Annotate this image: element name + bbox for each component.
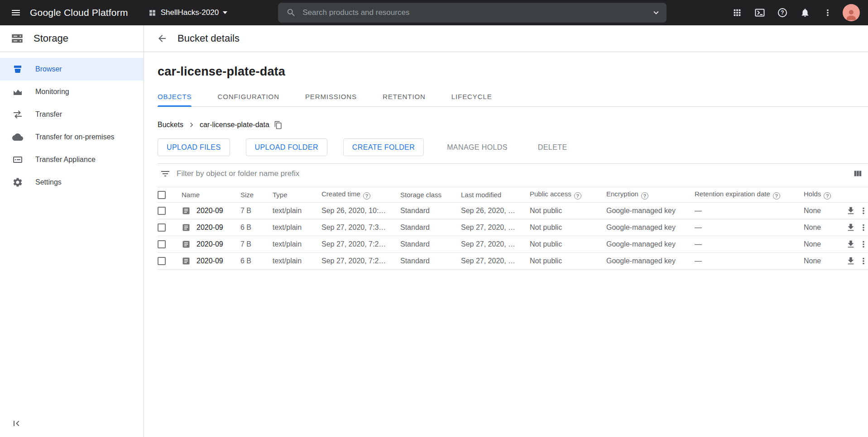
manage-holds-button[interactable]: MANAGE HOLDS (440, 138, 515, 156)
search-dropdown-button[interactable] (651, 8, 661, 18)
object-created-time: Sep 26, 2020, 10:… (321, 203, 400, 219)
download-object-button[interactable] (846, 206, 856, 216)
object-retention-date: — (695, 236, 804, 253)
file-document-icon (182, 256, 191, 266)
breadcrumb-chevron-icon (187, 120, 196, 129)
object-name-link[interactable]: 2020-09 (197, 240, 223, 248)
row-more-options-button[interactable] (858, 256, 868, 266)
project-selector[interactable]: ShellHacks-2020 (148, 8, 228, 17)
collapse-first-page-icon (11, 418, 22, 429)
download-icon (846, 206, 856, 216)
search-input[interactable] (302, 8, 651, 17)
delete-button[interactable]: DELETE (531, 138, 575, 156)
object-type: text/plain (273, 253, 321, 270)
top-bar: Google Cloud Platform ShellHacks-2020 (0, 0, 868, 25)
object-retention-date: — (695, 203, 804, 219)
object-name-link[interactable]: 2020-09 (197, 223, 223, 232)
page-header: Bucket details (144, 25, 868, 52)
project-icon (148, 9, 157, 17)
object-storage-class: Standard (400, 253, 461, 270)
row-more-options-button[interactable] (858, 223, 868, 233)
filter-input[interactable] (177, 169, 845, 178)
upload-files-button[interactable]: UPLOAD FILES (158, 138, 230, 156)
row-checkbox[interactable] (158, 207, 166, 215)
tab-bar: OBJECTS CONFIGURATION PERMISSIONS RETENT… (158, 87, 868, 107)
row-more-options-button[interactable] (858, 239, 868, 249)
object-size: 7 B (240, 203, 273, 219)
breadcrumb-buckets-link[interactable]: Buckets (158, 121, 183, 129)
download-object-button[interactable] (846, 256, 856, 266)
object-public-access: Not public (530, 203, 606, 219)
sidebar-collapse-button[interactable] (11, 418, 22, 429)
column-header-public-access: Public access? (530, 187, 606, 203)
object-retention-date: — (695, 219, 804, 236)
more-options-button[interactable] (818, 3, 837, 22)
download-object-button[interactable] (846, 223, 856, 233)
object-storage-class: Standard (400, 203, 461, 219)
help-icon[interactable]: ? (773, 192, 780, 200)
object-holds: None (804, 236, 846, 253)
apps-grid-button[interactable] (728, 3, 747, 22)
column-header-last-modified: Last modified (461, 187, 530, 203)
row-checkbox[interactable] (158, 223, 166, 232)
tab-permissions[interactable]: PERMISSIONS (305, 87, 357, 106)
column-display-button[interactable] (853, 169, 863, 179)
main-content: Bucket details car-license-plate-data OB… (144, 25, 868, 437)
menu-button[interactable] (6, 3, 25, 22)
user-avatar[interactable] (843, 4, 860, 21)
sidebar-product-title: Storage (34, 33, 68, 44)
filter-bar (158, 163, 868, 183)
tab-objects[interactable]: OBJECTS (158, 87, 192, 106)
copy-bucket-name-button[interactable] (274, 121, 283, 129)
download-icon (846, 256, 856, 266)
tab-lifecycle[interactable]: LIFECYCLE (451, 87, 492, 106)
upload-folder-button[interactable]: UPLOAD FOLDER (246, 138, 327, 156)
back-button[interactable] (157, 33, 168, 44)
help-icon[interactable]: ? (363, 192, 370, 200)
create-folder-button[interactable]: CREATE FOLDER (343, 138, 424, 156)
object-last-modified: Sep 27, 2020, … (461, 253, 530, 270)
object-actions: UPLOAD FILES UPLOAD FOLDER CREATE FOLDER… (158, 138, 868, 156)
table-header-row: Name Size Type Created time? Storage cla… (158, 187, 868, 203)
help-icon[interactable]: ? (574, 192, 581, 200)
sidebar-item-transfer-appliance[interactable]: Transfer Appliance (0, 148, 144, 171)
help-button[interactable]: ? (773, 3, 792, 22)
sidebar-item-monitoring[interactable]: Monitoring (0, 81, 144, 103)
sidebar-header: Storage (0, 25, 144, 52)
object-last-modified: Sep 26, 2020, … (461, 203, 530, 219)
notifications-button[interactable] (796, 3, 815, 22)
sidebar-item-transfer[interactable]: Transfer (0, 103, 144, 126)
person-icon (844, 8, 858, 21)
cloud-shell-icon (754, 7, 765, 18)
tab-retention[interactable]: RETENTION (383, 87, 426, 106)
object-name-link[interactable]: 2020-09 (197, 257, 223, 265)
transfer-appliance-icon (12, 154, 23, 165)
objects-table: Name Size Type Created time? Storage cla… (158, 187, 868, 270)
sidebar-item-transfer-on-premises[interactable]: Transfer for on-premises (0, 126, 144, 148)
select-all-checkbox[interactable] (158, 191, 166, 199)
chevron-down-icon (651, 8, 661, 18)
breadcrumb-current: car-license-plate-data (200, 121, 269, 129)
file-document-icon (182, 240, 191, 249)
help-icon[interactable]: ? (641, 192, 648, 200)
bucket-name-title: car-license-plate-data (158, 65, 868, 79)
search-icon (286, 8, 296, 18)
help-icon[interactable]: ? (824, 192, 831, 200)
apps-grid-icon (732, 8, 742, 18)
download-object-button[interactable] (846, 239, 856, 249)
sidebar-item-settings[interactable]: Settings (0, 171, 144, 194)
column-header-retention-expiration-date: Retention expiration date? (695, 187, 804, 203)
download-icon (846, 223, 856, 233)
object-public-access: Not public (530, 219, 606, 236)
cloud-shell-button[interactable] (750, 3, 769, 22)
object-row: 2020-09 6 B text/plain Sep 27, 2020, 7:2… (158, 253, 868, 270)
row-checkbox[interactable] (158, 240, 166, 248)
topbar-actions: ? (728, 3, 860, 22)
search-bar[interactable] (278, 3, 667, 23)
sidebar-item-browser[interactable]: Browser (0, 58, 144, 81)
row-checkbox[interactable] (158, 257, 166, 265)
row-more-options-button[interactable] (858, 206, 868, 216)
object-name-link[interactable]: 2020-09 (197, 207, 223, 215)
content-copy-icon (274, 121, 283, 129)
tab-configuration[interactable]: CONFIGURATION (217, 87, 279, 106)
